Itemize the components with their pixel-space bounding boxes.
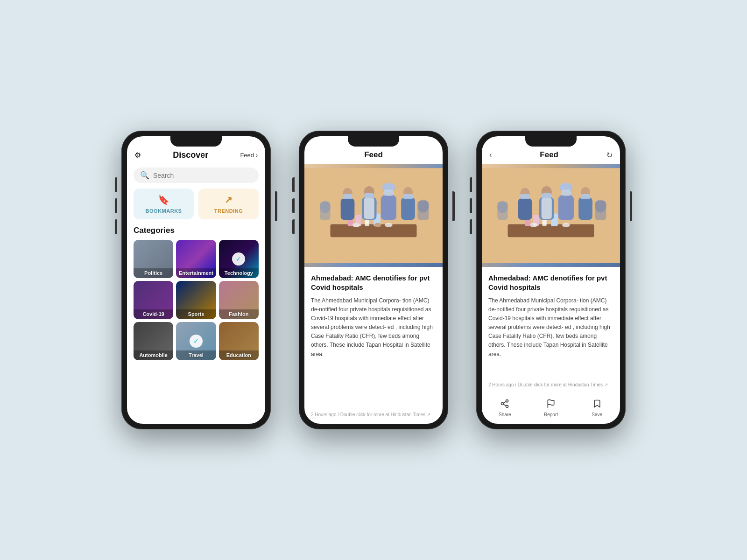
entertainment-label: Entertainment [176, 268, 216, 278]
article-image-2 [482, 164, 620, 267]
medical-svg-1 [304, 164, 443, 267]
back-button[interactable]: ‹ [489, 151, 492, 159]
svg-rect-9 [341, 198, 355, 220]
power-button [452, 191, 455, 221]
feed-body-1: The Ahmedabad Municipal Corpora- tion (A… [311, 296, 436, 359]
svg-rect-18 [381, 196, 396, 220]
feed-meta-2: 2 Hours ago / Double click for more at H… [482, 378, 620, 394]
category-sports[interactable]: Sports [176, 281, 216, 319]
feed-text-2: Ahmedabad: AMC denotifies for pvt Covid … [482, 267, 620, 378]
technology-label: Technology [219, 268, 259, 278]
svg-rect-2 [331, 224, 417, 238]
bookmarks-button[interactable]: 🔖 BOOKMARKS [134, 189, 194, 219]
svg-rect-15 [365, 193, 374, 198]
category-education[interactable]: Education [219, 322, 259, 360]
volume-up-button [115, 177, 117, 192]
search-input[interactable] [153, 172, 252, 179]
discover-screen: ⚙ Discover Feed › 🔍 🔖 BOOKMARKS ↗ TRENDI… [127, 136, 265, 424]
svg-rect-14 [364, 197, 374, 219]
svg-rect-48 [542, 193, 551, 198]
category-covid19[interactable]: Covid-19 [134, 281, 173, 319]
volume-down-button [470, 198, 472, 213]
feed-title-1: Feed [364, 150, 383, 160]
feed-screen-1: Feed [304, 136, 443, 424]
settings-icon[interactable]: ⚙ [134, 151, 141, 160]
category-politics[interactable]: Politics [134, 240, 173, 278]
sports-label: Sports [176, 309, 216, 319]
svg-point-58 [530, 223, 538, 227]
feed-body-2: The Ahmedabad Municipal Corpora- tion (A… [488, 296, 613, 359]
save-icon [592, 399, 602, 411]
feed-text-1: Ahmedabad: AMC denotifies for pvt Covid … [304, 267, 443, 408]
power-button [630, 191, 632, 221]
svg-rect-23 [401, 197, 415, 220]
search-bar[interactable]: 🔍 [134, 168, 259, 183]
svg-rect-10 [343, 194, 352, 199]
covid-label: Covid-19 [134, 309, 173, 319]
svg-rect-47 [542, 197, 552, 219]
feed-link[interactable]: Feed › [240, 152, 258, 159]
svg-rect-24 [403, 194, 413, 199]
volume-up-button [292, 177, 295, 192]
automobile-label: Automobile [134, 350, 173, 360]
phone-discover: ⚙ Discover Feed › 🔍 🔖 BOOKMARKS ↗ TRENDI… [121, 131, 271, 429]
search-icon: 🔍 [140, 171, 149, 180]
quick-actions: 🔖 BOOKMARKS ↗ TRENDING [127, 189, 265, 226]
feed-screen-2: ‹ Feed ↻ [482, 136, 620, 424]
category-travel[interactable]: ✓ Travel [176, 322, 216, 360]
categories-heading: Categories [127, 226, 265, 240]
medical-svg-2 [482, 164, 620, 267]
svg-rect-43 [520, 194, 529, 199]
svg-rect-56 [578, 197, 592, 220]
save-label: Save [592, 412, 602, 417]
report-action[interactable]: Report [528, 399, 574, 417]
share-action[interactable]: Share [482, 399, 528, 417]
svg-line-67 [503, 404, 506, 406]
category-fashion[interactable]: Fashion [219, 281, 259, 319]
technology-check: ✓ [232, 252, 245, 266]
notch [170, 136, 222, 147]
category-automobile[interactable]: Automobile [134, 322, 173, 360]
svg-rect-30 [320, 202, 330, 220]
travel-check: ✓ [190, 335, 203, 348]
silent-button [115, 219, 117, 234]
feed-bottom-bar: Share Report Save [482, 394, 620, 424]
bookmark-icon: 🔖 [158, 194, 170, 205]
refresh-button[interactable]: ↻ [606, 151, 613, 160]
fashion-label: Fashion [219, 309, 259, 319]
svg-point-26 [374, 223, 381, 227]
feed-content-2: Ahmedabad: AMC denotifies for pvt Covid … [482, 164, 620, 394]
volume-up-button [470, 177, 472, 192]
silent-button [292, 219, 295, 234]
medical-scene-2 [482, 164, 620, 267]
svg-point-27 [352, 223, 360, 227]
svg-rect-57 [581, 194, 590, 199]
category-entertainment[interactable]: Entertainment [176, 240, 216, 278]
categories-grid: Politics Entertainment ✓ Technology [127, 240, 265, 360]
svg-rect-61 [497, 202, 507, 220]
notch [348, 136, 399, 147]
svg-rect-51 [558, 196, 574, 220]
report-icon [546, 399, 556, 411]
svg-point-59 [562, 223, 570, 227]
share-label: Share [499, 412, 511, 417]
feed-title-2: Feed [540, 150, 558, 160]
volume-down-button [115, 198, 117, 213]
notch [525, 136, 577, 147]
share-icon [500, 399, 509, 411]
medical-scene-1 [304, 164, 443, 267]
category-technology[interactable]: ✓ Technology [219, 240, 259, 278]
save-action[interactable]: Save [574, 399, 620, 417]
svg-rect-32 [417, 201, 429, 220]
trending-button[interactable]: ↗ TRENDING [198, 189, 259, 219]
feed-meta-1: 2 Hours ago / Double click for more at H… [304, 408, 443, 424]
silent-button [470, 219, 472, 234]
svg-rect-42 [518, 198, 532, 220]
svg-line-68 [503, 401, 506, 403]
feed-headline-1: Ahmedabad: AMC denotifies for pvt Covid … [311, 273, 436, 293]
svg-rect-35 [508, 224, 594, 238]
feed-headline-2: Ahmedabad: AMC denotifies for pvt Covid … [488, 273, 613, 293]
article-image-1 [304, 164, 443, 267]
trending-icon: ↗ [225, 194, 233, 205]
feed-content-1: Ahmedabad: AMC denotifies for pvt Covid … [304, 164, 443, 424]
